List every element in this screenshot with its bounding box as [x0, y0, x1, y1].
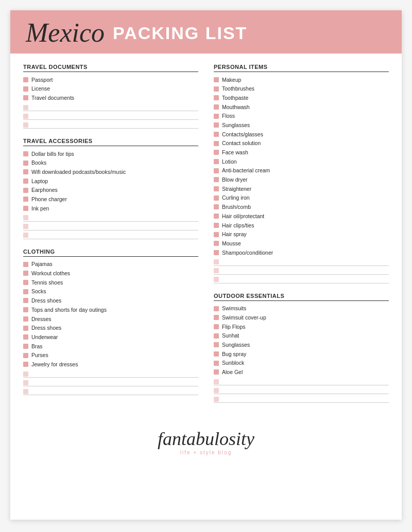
list-item: Bug spray [214, 349, 389, 359]
checkbox[interactable] [23, 344, 28, 349]
checkbox[interactable] [214, 324, 219, 329]
list-item: Flip Flops [214, 322, 389, 331]
checkbox[interactable] [23, 114, 28, 119]
checkbox[interactable] [214, 214, 219, 219]
checkbox[interactable] [214, 333, 219, 339]
checkbox[interactable] [214, 259, 219, 264]
item-text: Shampoo/conditioner [222, 249, 273, 257]
checkbox[interactable] [23, 95, 28, 100]
checkbox[interactable] [214, 132, 219, 137]
checkbox[interactable] [23, 197, 28, 202]
item-text: Workout clothes [31, 270, 70, 277]
list-item: Toothpaste [214, 93, 389, 102]
item-text: Dress shoes [31, 324, 61, 332]
checkbox[interactable] [214, 186, 219, 191]
checkbox[interactable] [214, 223, 219, 228]
checkbox[interactable] [214, 277, 219, 282]
checkbox[interactable] [23, 215, 28, 220]
checkbox[interactable] [23, 86, 28, 92]
checkbox[interactable] [214, 369, 219, 375]
checkbox[interactable] [23, 161, 28, 166]
checkbox[interactable] [214, 232, 219, 237]
checkbox[interactable] [214, 379, 219, 384]
blank-line [23, 113, 198, 120]
item-text: Pajamas [31, 260, 53, 268]
checkbox[interactable] [214, 250, 219, 255]
checkbox[interactable] [214, 268, 219, 273]
checkbox[interactable] [214, 159, 219, 164]
list-item: Shampoo/conditioner [214, 248, 389, 257]
list-item: Dress shoes [23, 324, 198, 333]
item-text: Mousse [222, 240, 241, 247]
list-item: Dollar bills for tips [23, 149, 198, 158]
item-text: Swimsuit cover-up [222, 314, 266, 322]
list-item: Laptop [23, 176, 198, 186]
checkbox[interactable] [23, 307, 28, 312]
checkbox[interactable] [23, 233, 28, 238]
list-item: Purses [23, 351, 198, 360]
item-text: Travel documents [31, 94, 74, 102]
checkbox[interactable] [214, 196, 219, 201]
blank-line [214, 396, 389, 403]
checkbox[interactable] [23, 224, 28, 229]
item-text: Straightener [222, 185, 251, 193]
item-text: Bug spray [222, 350, 246, 358]
checkbox[interactable] [23, 179, 28, 184]
item-text: Underwear [31, 333, 58, 341]
checkbox[interactable] [23, 326, 28, 331]
item-text: Sunblock [222, 359, 244, 367]
checkbox[interactable] [23, 316, 28, 322]
checkbox[interactable] [214, 315, 219, 320]
item-text: Tennis shoes [31, 279, 63, 287]
checkbox[interactable] [214, 241, 219, 246]
checkbox[interactable] [23, 289, 28, 294]
list-item: Makeup [214, 75, 389, 84]
checkbox[interactable] [23, 105, 28, 110]
checkbox[interactable] [214, 77, 219, 82]
checkbox[interactable] [214, 351, 219, 357]
list-item: Face wash [214, 148, 389, 157]
checkbox[interactable] [23, 389, 28, 394]
checkbox[interactable] [214, 177, 219, 182]
checkbox[interactable] [23, 271, 28, 276]
checkbox[interactable] [23, 169, 28, 174]
checkbox[interactable] [214, 104, 219, 110]
checkbox[interactable] [23, 362, 28, 367]
checkbox[interactable] [23, 151, 28, 156]
blank-line [23, 388, 198, 395]
checkbox[interactable] [23, 353, 28, 358]
checkbox[interactable] [214, 361, 219, 366]
checkbox[interactable] [23, 77, 28, 82]
checkbox[interactable] [23, 380, 28, 385]
checkbox[interactable] [214, 150, 219, 155]
checkbox[interactable] [23, 298, 28, 303]
checkbox[interactable] [214, 95, 219, 100]
checkbox[interactable] [23, 122, 28, 128]
item-text: Sunglasses [222, 341, 250, 349]
item-text: Brush/comb [222, 203, 251, 211]
checkbox[interactable] [214, 204, 219, 209]
checkbox[interactable] [23, 262, 28, 267]
checkbox[interactable] [23, 280, 28, 285]
list-item: Travel documents [23, 93, 198, 102]
checkbox[interactable] [214, 397, 219, 402]
page: Mexico PACKING LIST TRAVEL DOCUMENTS Pas… [10, 10, 402, 520]
blank-line [23, 215, 198, 222]
checkbox[interactable] [214, 141, 219, 146]
checkbox[interactable] [214, 86, 219, 92]
list-item: Contact solution [214, 139, 389, 148]
checkbox[interactable] [23, 188, 28, 193]
checkbox[interactable] [214, 388, 219, 393]
checkbox[interactable] [23, 206, 28, 211]
checkbox[interactable] [23, 371, 28, 377]
checkbox[interactable] [214, 342, 219, 347]
list-item: Books [23, 158, 198, 168]
item-text: Sunhat [222, 332, 239, 340]
checkbox[interactable] [214, 306, 219, 311]
checkbox[interactable] [23, 334, 28, 340]
item-text: Flip Flops [222, 323, 246, 331]
checkbox[interactable] [214, 122, 219, 128]
checkbox[interactable] [214, 114, 219, 119]
list-item: Phone charger [23, 195, 198, 204]
checkbox[interactable] [214, 168, 219, 173]
